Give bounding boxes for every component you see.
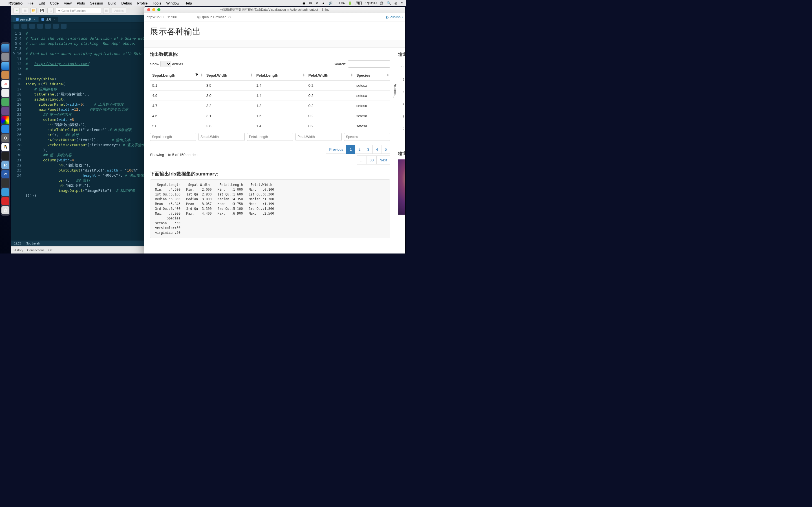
- table-row[interactable]: 4.63.11.50.2setosa: [150, 111, 390, 121]
- search-input[interactable]: [348, 60, 390, 68]
- app-name[interactable]: RStudio: [8, 1, 22, 5]
- tab-git[interactable]: Git: [48, 248, 52, 252]
- wifi-icon[interactable]: ▲: [322, 1, 325, 5]
- save-all-button[interactable]: 💾: [39, 8, 45, 14]
- dock-finder-icon[interactable]: [1, 44, 9, 52]
- column-filter-input[interactable]: [150, 133, 196, 141]
- url-field[interactable]: http://127.0.0.1:7381: [147, 15, 195, 19]
- close-icon[interactable]: ×: [53, 18, 55, 21]
- wand-button[interactable]: [53, 24, 59, 29]
- column-filter-input[interactable]: [344, 133, 390, 141]
- dock-app-icon[interactable]: [1, 179, 9, 187]
- zoom-window-button[interactable]: [157, 8, 160, 11]
- dock-word-icon[interactable]: W: [1, 170, 9, 178]
- spotlight-icon[interactable]: 🔍: [387, 1, 391, 5]
- tab-history[interactable]: History: [13, 248, 23, 252]
- scope-indicator[interactable]: (Top Level): [26, 242, 40, 245]
- column-filter-input[interactable]: [247, 133, 293, 141]
- publish-button[interactable]: ◐ Publish ▾: [386, 15, 403, 19]
- close-window-button[interactable]: [147, 8, 150, 11]
- column-filter-input[interactable]: [199, 133, 245, 141]
- dock-preferences-icon[interactable]: ⚙: [1, 134, 9, 142]
- menu-profile[interactable]: Profile: [137, 1, 148, 5]
- tab-ui[interactable]: ui.R ×: [39, 17, 58, 22]
- close-icon[interactable]: ×: [34, 18, 35, 21]
- open-file-button[interactable]: 📂: [31, 8, 37, 14]
- dock-qq-icon[interactable]: 🐧: [1, 143, 9, 151]
- status-icon[interactable]: ⌘: [309, 1, 312, 5]
- dock-rstudio-icon[interactable]: R: [1, 161, 9, 169]
- table-row[interactable]: 4.93.01.40.2setosa: [150, 91, 390, 101]
- page-number-button[interactable]: 2: [355, 145, 364, 154]
- clock[interactable]: 周日 下午3:09: [356, 1, 377, 6]
- dock-terminal-icon[interactable]: [1, 152, 9, 160]
- table-row[interactable]: 5.13.51.40.2setosa: [150, 80, 390, 91]
- tab-server[interactable]: server.R ×: [13, 17, 38, 22]
- reload-button[interactable]: ⟳: [229, 15, 231, 19]
- goto-file-input[interactable]: ➜ Go to file/function: [56, 8, 101, 14]
- page-number-button[interactable]: 4: [372, 145, 382, 154]
- volume-icon[interactable]: 🔊: [328, 1, 333, 5]
- dock-calendar-icon[interactable]: 20: [1, 80, 9, 88]
- menu-build[interactable]: Build: [108, 1, 116, 5]
- dock-app-icon[interactable]: [1, 71, 9, 79]
- compile-button[interactable]: [61, 24, 66, 29]
- show-outline-button[interactable]: [29, 24, 35, 29]
- tab-connections[interactable]: Connections: [27, 248, 44, 252]
- notification-center-icon[interactable]: ≡: [401, 1, 403, 5]
- menu-code[interactable]: Code: [50, 1, 59, 5]
- page-number-button[interactable]: 3: [364, 145, 373, 154]
- page-next-button[interactable]: Next: [376, 156, 390, 165]
- new-file-button[interactable]: ＋: [13, 8, 20, 14]
- dock-acrobat-icon[interactable]: [1, 197, 9, 205]
- menu-debug[interactable]: Debug: [121, 1, 132, 5]
- print-button[interactable]: ⎙: [47, 8, 54, 14]
- column-filter-input[interactable]: [296, 133, 342, 141]
- menu-window[interactable]: Window: [166, 1, 179, 5]
- page-number-button[interactable]: 1: [346, 145, 355, 154]
- minimize-window-button[interactable]: [152, 8, 155, 11]
- table-row[interactable]: 4.73.21.30.2setosa: [150, 101, 390, 111]
- menu-view[interactable]: View: [64, 1, 71, 5]
- tools-button[interactable]: ▦: [103, 8, 109, 14]
- menu-edit[interactable]: Edit: [39, 1, 45, 5]
- table-row[interactable]: 5.03.61.40.2setosa: [150, 121, 390, 131]
- column-header[interactable]: Sepal.Width▲▼: [204, 70, 254, 80]
- new-project-button[interactable]: ▦: [22, 8, 28, 14]
- source-editor[interactable]: 1 2 3 4 5 6 7 8 9 10 11 12 13 14 15 16 1…: [11, 30, 145, 240]
- page-number-button[interactable]: 30: [366, 156, 377, 165]
- dock-appstore-icon[interactable]: [1, 125, 9, 133]
- dock-app-icon[interactable]: [1, 188, 9, 196]
- page-prev-button[interactable]: Previous: [326, 145, 347, 154]
- siri-icon[interactable]: ◎: [395, 1, 397, 5]
- dock-app-icon[interactable]: [1, 107, 9, 115]
- page-length-select[interactable]: [160, 61, 171, 67]
- bluetooth-icon[interactable]: ※: [315, 1, 318, 5]
- dock-launchpad-icon[interactable]: [1, 53, 9, 61]
- menu-tools[interactable]: Tools: [153, 1, 161, 5]
- forward-button[interactable]: [21, 24, 27, 29]
- dock-photos-icon[interactable]: [1, 116, 9, 124]
- menu-session[interactable]: Session: [90, 1, 103, 5]
- menu-file[interactable]: File: [28, 1, 34, 5]
- addins-button[interactable]: Addins: [112, 8, 126, 14]
- battery-percent[interactable]: 100%: [336, 1, 345, 5]
- menu-help[interactable]: Help: [185, 1, 192, 5]
- column-header[interactable]: Species▲▼: [354, 70, 390, 80]
- input-source-icon[interactable]: 拼: [380, 1, 384, 6]
- menu-plots[interactable]: Plots: [77, 1, 85, 5]
- status-icon[interactable]: ◉: [303, 1, 305, 5]
- save-button[interactable]: [37, 24, 43, 29]
- dock-app-icon[interactable]: [1, 98, 9, 106]
- open-in-browser-button[interactable]: ⎘ Open in Browser: [197, 15, 225, 19]
- dock-preview-icon[interactable]: [1, 89, 9, 97]
- page-number-button[interactable]: 5: [381, 145, 390, 154]
- back-button[interactable]: [13, 24, 19, 29]
- column-header[interactable]: Petal.Width▲▼: [306, 70, 354, 80]
- dock-trash-icon[interactable]: 🗑: [1, 206, 9, 214]
- source-code[interactable]: # # This is the user-interface definitio…: [24, 30, 145, 240]
- find-button[interactable]: [45, 24, 51, 29]
- column-header[interactable]: Petal.Length▲▼: [254, 70, 306, 80]
- dock-safari-icon[interactable]: [1, 62, 9, 70]
- window-titlebar[interactable]: ~/慕课/R语言数据可视化实战/Data Visualization in Ac…: [144, 7, 405, 13]
